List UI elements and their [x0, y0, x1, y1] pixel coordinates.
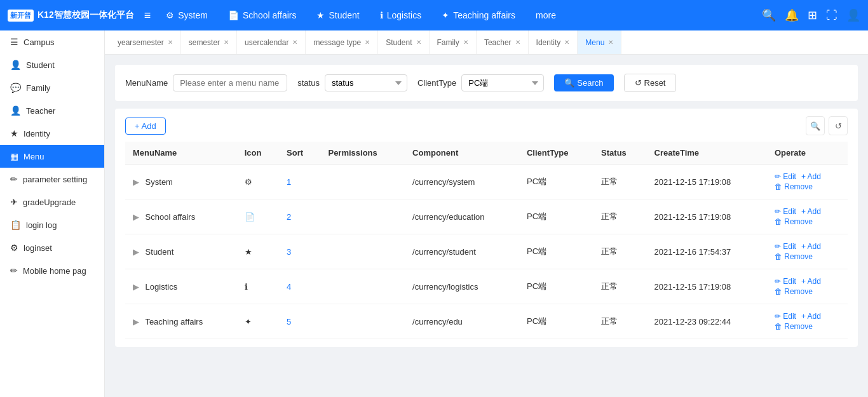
- tab-semester[interactable]: semester ✕: [181, 30, 237, 55]
- tab-teacher[interactable]: Teacher ✕: [477, 30, 529, 55]
- expand-icon-4[interactable]: ▶: [133, 317, 139, 326]
- app-title: K12智慧校园一体化平台: [37, 10, 134, 21]
- table-refresh-util[interactable]: ↺: [829, 116, 848, 135]
- cell-operate-0: ✏ Edit + Add 🗑 Remove: [767, 165, 848, 199]
- add-child-btn-4[interactable]: + Add: [801, 312, 821, 321]
- teaching-nav-icon: ✦: [442, 10, 449, 20]
- remove-btn-0[interactable]: 🗑 Remove: [775, 182, 813, 191]
- sidebar-item-param[interactable]: ✏ parameter setting: [0, 168, 104, 191]
- menu-name-input[interactable]: [173, 74, 287, 91]
- expand-icon-3[interactable]: ▶: [133, 282, 139, 292]
- fullscreen-icon[interactable]: ⛶: [826, 9, 837, 22]
- sidebar-item-identity[interactable]: ★ Identity: [0, 122, 104, 145]
- remove-btn-1[interactable]: 🗑 Remove: [775, 217, 813, 226]
- edit-btn-3[interactable]: ✏ Edit: [775, 277, 796, 286]
- close-tab-menu[interactable]: ✕: [608, 39, 613, 46]
- table-row: ▶ Logistics ℹ 4 /currency/logistics PC端 …: [125, 269, 848, 304]
- remove-btn-3[interactable]: 🗑 Remove: [775, 287, 813, 296]
- col-icon: Icon: [237, 142, 279, 165]
- edit-btn-4[interactable]: ✏ Edit: [775, 312, 796, 321]
- status-label: status: [297, 78, 320, 88]
- sidebar-item-menu[interactable]: ▦ Menu: [0, 145, 104, 168]
- cell-menuname-0: ▶ System: [125, 165, 237, 199]
- close-tab-family[interactable]: ✕: [463, 39, 468, 46]
- school-nav-icon: 📄: [228, 10, 239, 20]
- tab-student[interactable]: Student ✕: [378, 30, 429, 55]
- table-header: MenuName Icon Sort Permissions Component…: [125, 142, 848, 165]
- add-child-btn-0[interactable]: + Add: [801, 172, 821, 181]
- tab-messagetype[interactable]: message type ✕: [306, 30, 378, 55]
- tab-yearsemester[interactable]: yearsemester ✕: [110, 30, 181, 55]
- remove-btn-2[interactable]: 🗑 Remove: [775, 252, 813, 261]
- close-tab-messagetype[interactable]: ✕: [365, 39, 370, 46]
- table-search-util[interactable]: 🔍: [806, 116, 825, 135]
- table-card: + Add 🔍 ↺ MenuName Icon Sort Permissions: [115, 109, 858, 347]
- topnav-teaching[interactable]: ✦ Teaching affairs: [433, 0, 524, 30]
- cell-component-1: /currency/education: [405, 199, 519, 234]
- avatar-icon[interactable]: 👤: [846, 8, 860, 22]
- menu-table: MenuName Icon Sort Permissions Component…: [125, 142, 848, 339]
- client-type-select[interactable]: PC端: [461, 74, 544, 91]
- col-sort: Sort: [279, 142, 320, 165]
- tab-family[interactable]: Family ✕: [430, 30, 477, 55]
- loginset-icon: ⚙: [10, 243, 18, 253]
- sidebar-item-gradeupgrade[interactable]: ✈ gradeUpgrade: [0, 191, 104, 213]
- search-bar: MenuName status status ClientType PC端: [115, 65, 858, 101]
- cell-permissions-1: [320, 199, 405, 234]
- sidebar-item-student[interactable]: 👤 Student: [0, 53, 104, 76]
- add-child-btn-1[interactable]: + Add: [801, 207, 821, 216]
- param-icon: ✏: [10, 174, 18, 184]
- close-tab-student[interactable]: ✕: [416, 39, 421, 46]
- table-row: ▶ Teaching affairs ✦ 5 /currency/edu PC端…: [125, 304, 848, 339]
- add-button[interactable]: + Add: [125, 118, 166, 135]
- edit-btn-1[interactable]: ✏ Edit: [775, 207, 796, 216]
- add-child-btn-2[interactable]: + Add: [801, 242, 821, 251]
- cell-sort-1: 2: [279, 199, 320, 234]
- cell-icon-1: 📄: [237, 199, 279, 234]
- cell-operate-4: ✏ Edit + Add 🗑 Remove: [767, 304, 848, 339]
- close-tab-yearsemester[interactable]: ✕: [168, 39, 173, 46]
- close-tab-identity[interactable]: ✕: [564, 39, 569, 46]
- bell-icon[interactable]: 🔔: [785, 8, 799, 22]
- topnav-right: 🔍 🔔 ⊞ ⛶ 👤: [762, 8, 860, 22]
- topnav-school[interactable]: 📄 School affairs: [219, 0, 306, 30]
- topnav-system[interactable]: ⚙ System: [157, 0, 217, 30]
- topnav-more[interactable]: more: [527, 0, 565, 30]
- sidebar-item-mobilehome[interactable]: ✏ Mobile home pag: [0, 259, 104, 282]
- close-tab-usercalendar[interactable]: ✕: [292, 39, 297, 46]
- expand-icon-0[interactable]: ▶: [133, 177, 139, 187]
- grid-icon[interactable]: ⊞: [808, 8, 817, 22]
- edit-btn-0[interactable]: ✏ Edit: [775, 172, 796, 181]
- tab-identity[interactable]: Identity ✕: [529, 30, 578, 55]
- tab-menu[interactable]: Menu ✕: [578, 30, 621, 55]
- status-select[interactable]: status: [325, 74, 407, 91]
- table-utils: 🔍 ↺: [806, 116, 848, 135]
- loginlog-icon: 📋: [10, 220, 21, 230]
- hamburger-icon[interactable]: ≡: [144, 9, 151, 22]
- cell-component-3: /currency/logistics: [405, 269, 519, 304]
- search-button[interactable]: 🔍 Search: [554, 74, 613, 91]
- topnav-logistics[interactable]: ℹ Logistics: [371, 0, 430, 30]
- expand-icon-2[interactable]: ▶: [133, 247, 139, 257]
- sidebar-item-campus[interactable]: ☰ Campus: [0, 30, 104, 53]
- add-child-btn-3[interactable]: + Add: [801, 277, 821, 286]
- search-icon[interactable]: 🔍: [762, 8, 776, 22]
- close-tab-semester[interactable]: ✕: [224, 39, 229, 46]
- col-permissions: Permissions: [320, 142, 405, 165]
- sidebar-item-family[interactable]: 💬 Family: [0, 76, 104, 99]
- table-body: ▶ System ⚙ 1 /currency/system PC端 正常 202…: [125, 165, 848, 339]
- sidebar-item-teacher[interactable]: 👤 Teacher: [0, 99, 104, 122]
- remove-btn-4[interactable]: 🗑 Remove: [775, 322, 813, 331]
- cell-clienttype-1: PC端: [519, 199, 593, 234]
- tab-usercalendar[interactable]: usercalendar ✕: [237, 30, 306, 55]
- cell-menuname-3: ▶ Logistics: [125, 269, 237, 304]
- status-field: status status: [297, 74, 407, 91]
- close-tab-teacher[interactable]: ✕: [515, 39, 520, 46]
- expand-icon-1[interactable]: ▶: [133, 212, 139, 222]
- reset-button[interactable]: ↺ Reset: [624, 74, 677, 92]
- sidebar-item-loginset[interactable]: ⚙ loginset: [0, 236, 104, 259]
- sidebar-item-loginlog[interactable]: 📋 login log: [0, 213, 104, 236]
- menu-name-field: MenuName: [125, 74, 287, 91]
- edit-btn-2[interactable]: ✏ Edit: [775, 242, 796, 251]
- topnav-student[interactable]: ★ Student: [308, 0, 368, 30]
